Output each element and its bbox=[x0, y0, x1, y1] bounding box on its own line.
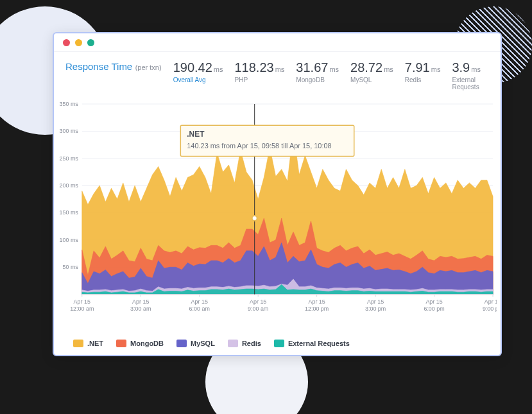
metric-value: 190.42 bbox=[173, 60, 212, 74]
legend-label: Redis bbox=[242, 340, 261, 347]
header-row: Response Time (per txn) 190.42msOverall … bbox=[54, 52, 501, 94]
legend-item--net[interactable]: .NET bbox=[73, 340, 103, 347]
svg-text:Apr 15: Apr 15 bbox=[367, 298, 384, 305]
metric-external-requests[interactable]: 3.9msExternal Requests bbox=[452, 61, 489, 91]
metric-label: Overall Avg bbox=[173, 76, 223, 83]
metric-label: MySQL bbox=[350, 76, 393, 83]
legend: .NETMongoDBMySQLRedisExternal Requests bbox=[54, 333, 501, 355]
chart-svg[interactable]: 50 ms100 ms150 ms200 ms250 ms300 ms350 m… bbox=[58, 101, 497, 333]
metric-unit: ms bbox=[214, 65, 223, 73]
chart-area[interactable]: 50 ms100 ms150 ms200 ms250 ms300 ms350 m… bbox=[58, 101, 497, 333]
metric-label: MongoDB bbox=[296, 76, 339, 83]
legend-label: External Requests bbox=[288, 340, 350, 347]
legend-item-mongodb[interactable]: MongoDB bbox=[116, 340, 164, 347]
metric-mysql[interactable]: 28.72msMySQL bbox=[350, 61, 393, 91]
chart-subtitle: (per txn) bbox=[135, 64, 162, 71]
svg-text:150 ms: 150 ms bbox=[60, 210, 79, 216]
svg-text:300 ms: 300 ms bbox=[60, 128, 79, 134]
svg-text:250 ms: 250 ms bbox=[60, 155, 79, 162]
svg-point-41 bbox=[252, 216, 257, 221]
metric-value: 7.91 bbox=[405, 60, 430, 74]
metric-label: External Requests bbox=[452, 76, 489, 91]
window-close-button[interactable] bbox=[63, 39, 70, 46]
svg-text:Apr 15: Apr 15 bbox=[191, 298, 208, 305]
legend-item-redis[interactable]: Redis bbox=[228, 340, 261, 347]
svg-text:6:00 pm: 6:00 pm bbox=[424, 306, 444, 312]
legend-item-external-requests[interactable]: External Requests bbox=[274, 340, 350, 347]
legend-label: MongoDB bbox=[130, 340, 164, 347]
metric-unit: ms bbox=[431, 65, 441, 73]
svg-text:Apr 15: Apr 15 bbox=[308, 298, 325, 305]
svg-rect-42 bbox=[180, 125, 354, 156]
metric-unit: ms bbox=[384, 65, 393, 73]
metric-value: 31.67 bbox=[296, 60, 328, 74]
metric-value: 3.9 bbox=[452, 60, 470, 74]
metric-unit: ms bbox=[329, 65, 339, 73]
svg-text:200 ms: 200 ms bbox=[60, 182, 79, 189]
metric-php[interactable]: 118.23msPHP bbox=[234, 61, 284, 91]
legend-swatch bbox=[73, 340, 83, 347]
app-window: Response Time (per txn) 190.42msOverall … bbox=[53, 32, 502, 356]
metric-unit: ms bbox=[471, 65, 481, 73]
legend-label: .NET bbox=[87, 340, 103, 347]
svg-text:100 ms: 100 ms bbox=[60, 237, 79, 243]
metric-value: 28.72 bbox=[350, 60, 382, 74]
metric-overall-avg[interactable]: 190.42msOverall Avg bbox=[173, 61, 223, 91]
legend-swatch bbox=[116, 340, 126, 347]
svg-text:9:00 am: 9:00 am bbox=[248, 306, 268, 312]
svg-text:Apr 15: Apr 15 bbox=[250, 298, 266, 305]
svg-text:6:00 am: 6:00 am bbox=[189, 306, 210, 312]
svg-text:Apr 15: Apr 15 bbox=[485, 298, 497, 305]
svg-text:9:00 pm: 9:00 pm bbox=[483, 306, 497, 312]
svg-text:Apr 15: Apr 15 bbox=[132, 298, 149, 305]
svg-text:12:00 pm: 12:00 pm bbox=[305, 306, 329, 312]
svg-text:350 ms: 350 ms bbox=[60, 101, 79, 107]
metric-mongodb[interactable]: 31.67msMongoDB bbox=[296, 61, 339, 91]
metric-unit: ms bbox=[275, 65, 285, 73]
window-titlebar bbox=[54, 33, 501, 52]
metrics-row: 190.42msOverall Avg118.23msPHP31.67msMon… bbox=[173, 61, 489, 91]
metric-redis[interactable]: 7.91msRedis bbox=[405, 61, 441, 91]
legend-item-mysql[interactable]: MySQL bbox=[176, 340, 215, 347]
chart-title-block: Response Time (per txn) bbox=[65, 61, 162, 73]
chart-title: Response Time bbox=[65, 61, 132, 72]
legend-swatch bbox=[176, 340, 187, 347]
svg-text:12:00 am: 12:00 am bbox=[70, 306, 94, 312]
svg-text:50 ms: 50 ms bbox=[62, 264, 78, 270]
svg-text:3:00 am: 3:00 am bbox=[130, 306, 151, 312]
window-maximize-button[interactable] bbox=[87, 39, 94, 46]
window-minimize-button[interactable] bbox=[75, 39, 82, 46]
metric-label: Redis bbox=[405, 76, 441, 83]
legend-swatch bbox=[274, 340, 284, 347]
svg-text:3:00 pm: 3:00 pm bbox=[365, 306, 386, 312]
metric-label: PHP bbox=[234, 76, 284, 83]
svg-text:140.23 ms from Apr 15, 09:58 t: 140.23 ms from Apr 15, 09:58 till Apr 15… bbox=[187, 142, 331, 150]
legend-label: MySQL bbox=[191, 340, 215, 347]
legend-swatch bbox=[228, 340, 238, 347]
svg-text:.NET: .NET bbox=[187, 130, 205, 139]
svg-text:Apr 15: Apr 15 bbox=[425, 298, 442, 305]
metric-value: 118.23 bbox=[234, 60, 273, 74]
svg-text:Apr 15: Apr 15 bbox=[74, 298, 90, 305]
